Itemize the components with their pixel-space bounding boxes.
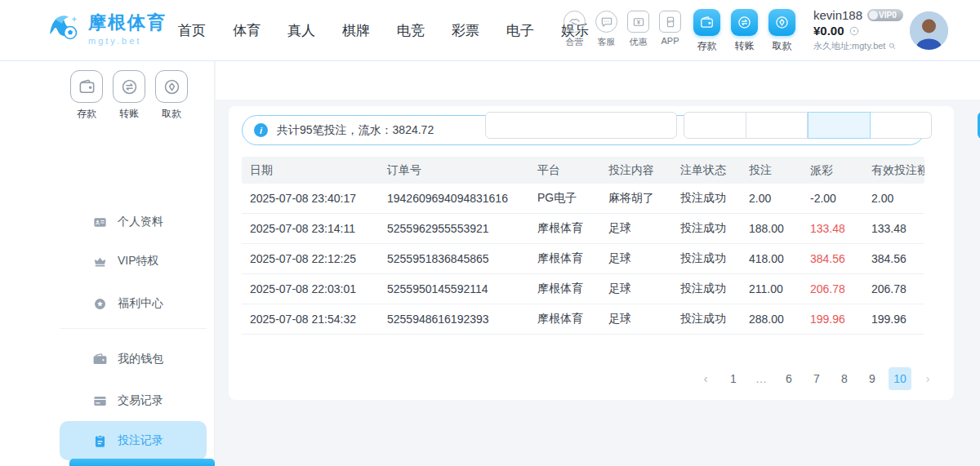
deposit-icon <box>693 9 720 36</box>
vip-badge: VIP0 <box>867 9 903 21</box>
wallet-action-deposit-icon[interactable]: 存款 <box>693 9 721 53</box>
table-row: 2025-07-08 22:03:015255950145592114摩根体育足… <box>242 274 924 304</box>
pagination-ellipsis: … <box>750 367 773 390</box>
sidebar-item-vip[interactable]: VIP特权 <box>60 242 207 281</box>
nav-item[interactable]: 电竞 <box>391 18 430 43</box>
sidebar-item-transactions[interactable]: 交易记录 <box>60 381 207 420</box>
table-row: 2025-07-08 21:54:325255948616192393摩根体育足… <box>242 304 924 335</box>
column-header: 订单号 <box>379 163 529 178</box>
cell-valid-bet: 199.96 <box>863 313 924 326</box>
balance-amount: ¥0.00 <box>813 24 844 38</box>
cell-platform: 摩根体育 <box>529 251 600 266</box>
customer-service-icon <box>595 11 617 33</box>
sidebar-quick-label: 取款 <box>162 107 181 121</box>
nav-item[interactable]: 棋牌 <box>336 18 376 43</box>
nav-item[interactable]: 真人 <box>282 18 321 43</box>
user-avatar[interactable] <box>910 11 948 50</box>
cell-status: 投注成功 <box>672 312 741 326</box>
quick-link-promo-icon[interactable]: 优惠 <box>622 11 654 48</box>
deposit-icon <box>699 15 715 30</box>
transfer-icon <box>731 9 758 36</box>
withdraw-icon <box>774 15 790 30</box>
pagination-page[interactable]: 7 <box>805 367 828 390</box>
promo-icon <box>627 11 649 33</box>
main-nav: 首页体育真人棋牌电竞彩票电子娱乐 <box>172 0 595 61</box>
date-range-segment[interactable] <box>871 112 933 139</box>
header-quick-links: 合营客服优惠APP <box>559 11 686 48</box>
column-header: 有效投注额 <box>863 163 924 178</box>
quick-link-label: APP <box>661 36 679 46</box>
bet-records-table: 日期订单号平台投注内容注单状态投注派彩有效投注额 2025-07-08 23:4… <box>242 157 924 335</box>
wallet-action-label: 转账 <box>735 39 755 53</box>
nav-item[interactable]: 彩票 <box>446 18 485 43</box>
quick-link-app-download-icon[interactable]: APP <box>654 11 686 48</box>
wallet-action-transfer-icon[interactable]: 转账 <box>730 9 759 53</box>
pagination-page[interactable]: 8 <box>833 367 856 390</box>
nav-item[interactable]: 体育 <box>227 18 266 43</box>
pagination-page[interactable]: 1 <box>722 367 745 390</box>
table-row: 2025-07-08 23:40:171942609694094831616PG… <box>242 184 924 214</box>
sidebar-item-profile[interactable]: 个人资料 <box>60 202 207 242</box>
quick-link-customer-service-icon[interactable]: 客服 <box>590 11 622 48</box>
sidebar-bottom-button[interactable] <box>69 459 215 466</box>
quick-link-label: 客服 <box>598 36 616 48</box>
date-range-segment[interactable] <box>746 112 808 139</box>
cell-platform: 摩根体育 <box>529 282 600 296</box>
profile-icon <box>92 215 108 230</box>
balance-visibility-icon[interactable] <box>849 25 860 37</box>
sidebar-item-benefits[interactable]: 福利中心 <box>60 284 207 323</box>
sidebar-item-label: 交易记录 <box>118 393 163 408</box>
customer-service-icon <box>600 16 613 29</box>
cell-bet: 188.00 <box>741 222 802 235</box>
cell-status: 投注成功 <box>672 191 741 206</box>
deposit-icon <box>78 78 96 96</box>
logo-subtitle: mgty.bet <box>88 36 167 46</box>
logo-title: 摩根体育 <box>88 11 167 35</box>
pagination-page[interactable]: 6 <box>777 367 800 390</box>
sidebar-item-my-wallet[interactable]: 我的钱包 <box>60 340 207 379</box>
header-wallet-actions: 存款转账取款 <box>693 9 796 53</box>
nav-item[interactable]: 首页 <box>172 18 212 43</box>
app-download-icon <box>664 16 677 29</box>
cell-content: 足球 <box>600 251 672 266</box>
platform-select[interactable] <box>485 112 677 139</box>
benefits-icon <box>92 296 108 312</box>
site-address: 永久地址:mgty.bet <box>813 40 885 52</box>
sidebar-item-bet-records[interactable]: 投注记录 <box>60 421 207 460</box>
wallet-action-label: 取款 <box>773 39 792 53</box>
sidebar-item-label: VIP特权 <box>118 254 159 269</box>
bet-records-icon <box>92 433 108 449</box>
pagination-next[interactable]: › <box>916 367 939 390</box>
site-logo[interactable]: 摩根体育 mgty.bet <box>46 10 167 46</box>
vip-icon <box>92 254 108 269</box>
withdraw-icon <box>155 70 188 103</box>
filter-bar <box>216 61 980 100</box>
sidebar-quick-deposit-icon[interactable]: 存款 <box>69 70 105 121</box>
cell-order-id: 5255948616192393 <box>379 313 529 326</box>
date-range-segment-active[interactable] <box>808 112 871 139</box>
date-range-segments <box>684 112 932 139</box>
username[interactable]: kevin188 <box>813 8 862 22</box>
pagination-prev[interactable]: ‹ <box>694 367 717 390</box>
wallet-action-label: 存款 <box>697 39 717 53</box>
sidebar-divider <box>60 328 207 329</box>
cell-order-id: 5255951836845865 <box>379 252 529 265</box>
date-range-segment[interactable] <box>684 112 746 139</box>
pagination-page[interactable]: 9 <box>861 367 884 390</box>
cell-payout: 206.78 <box>802 282 863 295</box>
transfer-icon <box>113 70 145 103</box>
sidebar-quick-withdraw-icon[interactable]: 取款 <box>154 70 189 121</box>
cell-payout: 133.48 <box>802 222 863 235</box>
search-address-icon[interactable] <box>888 42 897 51</box>
nav-item[interactable]: 电子 <box>501 18 540 43</box>
sidebar-quick-transfer-icon[interactable]: 转账 <box>111 70 147 121</box>
pagination-page-active[interactable]: 10 <box>889 367 911 390</box>
wallet-action-withdraw-icon[interactable]: 取款 <box>768 9 796 53</box>
cell-payout: 199.96 <box>802 313 863 326</box>
user-info: kevin188 VIP0 ¥0.00 永久地址:mgty.bet <box>813 8 903 52</box>
cell-valid-bet: 206.78 <box>863 282 924 295</box>
column-header: 投注 <box>741 163 802 178</box>
sidebar-quick-label: 转账 <box>119 107 139 121</box>
cell-status: 投注成功 <box>672 282 741 296</box>
quick-link-handshake-icon[interactable]: 合营 <box>559 11 590 48</box>
